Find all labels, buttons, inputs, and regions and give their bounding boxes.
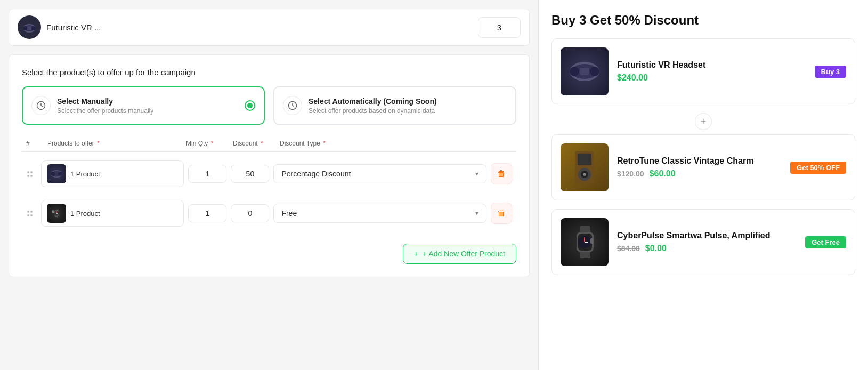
preview-original-price-3: $84.00 (617, 244, 640, 253)
preview-thumb-3 (561, 218, 609, 266)
product-cell-1[interactable]: 1 Product (41, 160, 184, 187)
preview-product-2: RetroTune Classic Vintage Charm $120.00 … (551, 134, 855, 200)
selection-options: Select Manually Select the offer product… (22, 86, 516, 125)
svg-rect-22 (578, 154, 591, 165)
svg-rect-20 (580, 68, 589, 75)
auto-text: Select Automatically (Coming Soon) Selec… (309, 97, 507, 115)
preview-product-1: Futuristic VR Headset $240.00 Buy 3 (551, 38, 855, 104)
discount-type-label-2: Free (281, 209, 297, 218)
option-auto[interactable]: Select Automatically (Coming Soon) Selec… (273, 86, 516, 125)
preview-price-1: $240.00 (617, 73, 806, 83)
manual-label: Select Manually (57, 97, 238, 106)
preview-info-3: CyberPulse Smartwa Pulse, Amplified $84.… (617, 231, 797, 253)
avatar (18, 15, 41, 39)
preview-badge-2: Get 50% OFF (790, 162, 846, 174)
preview-name-3: CyberPulse Smartwa Pulse, Amplified (617, 231, 797, 240)
svg-point-3 (31, 26, 36, 30)
add-icon: + (414, 250, 418, 258)
col-hash: # (26, 140, 39, 147)
left-panel: Futuristic VR ... 3 Select the product(s… (0, 0, 538, 370)
svg-rect-4 (27, 26, 31, 30)
svg-point-2 (23, 26, 27, 30)
col-discount: Discount * (233, 140, 275, 147)
svg-rect-26 (580, 226, 590, 232)
manual-icon (31, 96, 51, 115)
plus-divider: + (551, 113, 855, 130)
product-thumb-2 (47, 204, 66, 223)
preview-discounted-price-2: $60.00 (650, 169, 676, 179)
product-cell-2[interactable]: 1 Product (41, 200, 184, 227)
preview-name-2: RetroTune Classic Vintage Charm (617, 156, 782, 166)
preview-info-2: RetroTune Classic Vintage Charm $120.00 … (617, 156, 782, 179)
right-panel: Buy 3 Get 50% Discount Futuristic VR Hea… (538, 0, 868, 370)
svg-point-10 (58, 172, 62, 176)
preview-name-1: Futuristic VR Headset (617, 60, 806, 70)
preview-badge-1: Buy 3 (815, 66, 846, 78)
minqty-input-2[interactable] (188, 204, 226, 222)
manual-text: Select Manually Select the offer product… (57, 97, 238, 115)
discount-type-select-1[interactable]: Percentage Discount ▾ (273, 164, 486, 183)
drag-handle-2[interactable] (26, 211, 37, 216)
discount-type-select-2[interactable]: Free ▾ (273, 204, 486, 223)
preview-discounted-price-3: $0.00 (645, 244, 667, 253)
product-name: Futuristic VR ... (46, 23, 101, 32)
table-row: 1 Product Free ▾ 🗑 (22, 196, 516, 231)
discount-input-1[interactable] (231, 165, 269, 183)
preview-badge-3: Get Free (805, 236, 846, 248)
svg-point-19 (590, 67, 599, 76)
minqty-input-1[interactable] (188, 165, 226, 183)
auto-label: Select Automatically (Coming Soon) (309, 97, 507, 106)
col-disctype: Discount Type * (280, 140, 481, 147)
col-minqty: Min Qty * (186, 140, 229, 147)
preview-title: Buy 3 Get 50% Discount (551, 13, 855, 28)
preview-info-1: Futuristic VR Headset $240.00 (617, 60, 806, 83)
delete-button-2[interactable]: 🗑 (491, 203, 512, 224)
svg-point-25 (583, 173, 586, 176)
chevron-down-icon-1: ▾ (475, 170, 478, 178)
chevron-down-icon-2: ▾ (475, 210, 478, 217)
svg-rect-27 (580, 252, 590, 258)
manual-radio (245, 100, 255, 111)
quantity-display: 3 (478, 17, 521, 38)
auto-icon (283, 96, 302, 115)
discount-type-label-1: Percentage Discount (281, 170, 351, 178)
svg-rect-13 (52, 211, 55, 213)
option-manual[interactable]: Select Manually Select the offer product… (22, 86, 265, 125)
preview-product-3: CyberPulse Smartwa Pulse, Amplified $84.… (551, 209, 855, 275)
preview-thumb-2 (561, 143, 609, 191)
add-label: + Add New Offer Product (423, 250, 505, 258)
add-offer-product-button[interactable]: + + Add New Offer Product (403, 244, 516, 264)
delete-button-1[interactable]: 🗑 (491, 163, 512, 184)
svg-point-9 (51, 172, 55, 176)
svg-rect-33 (590, 238, 593, 244)
product-name-2: 1 Product (70, 210, 100, 218)
plus-icon: + (695, 113, 712, 130)
top-bar-product: Futuristic VR ... (18, 15, 465, 39)
table-row: 1 Product Percentage Discount ▾ 🗑 (22, 156, 516, 191)
table-header: # Products to offer * Min Qty * Discount… (22, 140, 516, 152)
main-card: Select the product(s) to offer up for th… (9, 54, 530, 277)
discount-input-2[interactable] (231, 204, 269, 222)
preview-original-price-2: $120.00 (617, 170, 644, 178)
col-products: Products to offer * (47, 140, 182, 147)
product-name-1: 1 Product (70, 170, 100, 178)
top-bar: Futuristic VR ... 3 (9, 9, 530, 46)
section-title: Select the product(s) to offer up for th… (22, 68, 516, 77)
svg-point-18 (570, 67, 579, 76)
preview-thumb-1 (561, 47, 609, 95)
manual-desc: Select the offer products manually (57, 107, 238, 115)
auto-desc: Select offer products based on dynamic d… (309, 107, 507, 115)
product-thumb-1 (47, 164, 66, 183)
drag-handle-1[interactable] (26, 171, 37, 177)
